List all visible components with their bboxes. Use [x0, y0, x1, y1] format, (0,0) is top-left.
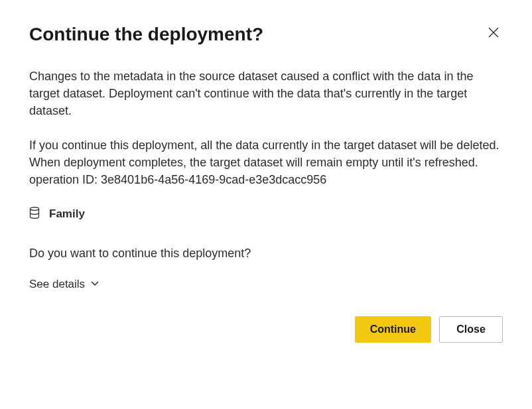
- database-icon: [29, 206, 40, 223]
- operation-id: operation ID: 3e8401b6-4a56-4169-9cad-e3…: [29, 171, 503, 188]
- dialog-header: Continue the deployment?: [29, 24, 503, 45]
- paragraph-warning: If you continue this deployment, all the…: [29, 137, 503, 171]
- paragraph-conflict: Changes to the metadata in the source da…: [29, 68, 503, 119]
- close-button[interactable]: Close: [439, 316, 503, 343]
- close-icon-button[interactable]: [484, 24, 503, 42]
- dialog-title: Continue the deployment?: [29, 24, 263, 45]
- dialog-body: Changes to the metadata in the source da…: [29, 68, 503, 292]
- confirm-question: Do you want to continue this deployment?: [29, 245, 503, 262]
- dataset-name: Family: [49, 206, 85, 223]
- see-details-toggle[interactable]: See details: [29, 278, 100, 291]
- close-icon: [488, 27, 499, 40]
- see-details-label: See details: [29, 278, 85, 291]
- svg-point-2: [31, 207, 39, 210]
- deployment-confirm-dialog: Continue the deployment? Changes to the …: [0, 0, 532, 367]
- continue-button[interactable]: Continue: [355, 316, 431, 343]
- chevron-down-icon: [90, 278, 100, 291]
- dataset-row: Family: [29, 206, 503, 223]
- dialog-footer: Continue Close: [29, 316, 503, 343]
